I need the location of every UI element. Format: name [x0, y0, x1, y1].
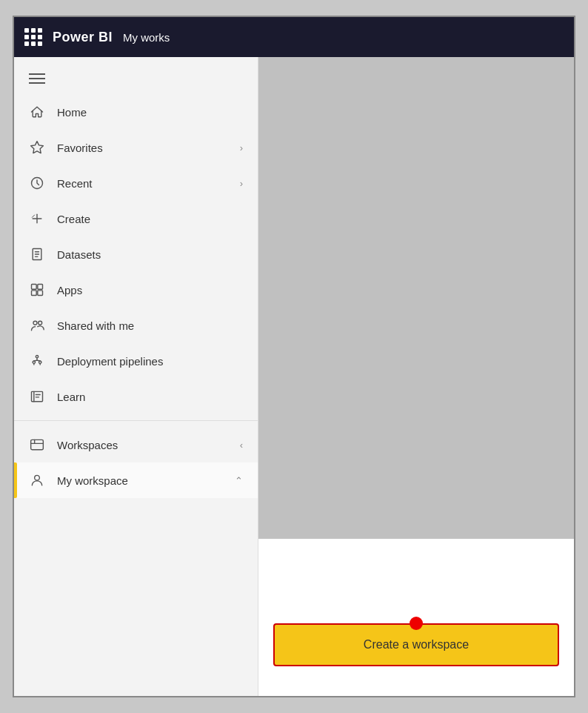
- sidebar-item-create[interactable]: Create: [14, 201, 258, 236]
- svg-rect-17: [31, 440, 44, 449]
- sidebar-item-label: Home: [57, 106, 243, 119]
- chevron-right-icon: ›: [240, 142, 243, 153]
- apps-icon: [29, 282, 45, 298]
- main-content: Create a workspace: [258, 57, 574, 696]
- svg-point-12: [39, 321, 42, 325]
- svg-rect-10: [38, 291, 43, 296]
- app-window: Power BI My works Home Favorites: [13, 16, 575, 697]
- sidebar-item-label: Recent: [57, 177, 228, 190]
- sidebar-item-learn[interactable]: Learn: [14, 379, 258, 414]
- clock-icon: [29, 175, 45, 191]
- shared-icon: [29, 317, 45, 334]
- chevron-left-icon: ‹: [240, 440, 243, 451]
- workspace-label: My works: [123, 31, 170, 44]
- sidebar-item-label: Datasets: [57, 248, 243, 261]
- topbar: Power BI My works: [14, 17, 574, 57]
- gray-panel: [258, 57, 574, 539]
- svg-rect-8: [38, 285, 43, 290]
- chevron-up-icon: ⌃: [235, 475, 243, 486]
- hamburger-line: [29, 82, 45, 84]
- sidebar-item-label: Learn: [57, 391, 243, 403]
- home-icon: [29, 104, 45, 120]
- chevron-right-icon: ›: [240, 178, 243, 189]
- sidebar-item-label: Favorites: [57, 142, 228, 154]
- svg-point-20: [35, 475, 40, 480]
- sidebar-item-label: Shared with me: [57, 319, 243, 332]
- learn-icon: [29, 388, 45, 405]
- sidebar-item-workspaces[interactable]: Workspaces ‹: [14, 427, 258, 462]
- divider: [14, 420, 258, 421]
- sidebar-item-label: Workspaces: [57, 439, 228, 451]
- sidebar-item-deployment[interactable]: Deployment pipelines: [14, 343, 258, 379]
- create-icon: [29, 210, 45, 227]
- svg-rect-9: [32, 291, 37, 296]
- sidebar: Home Favorites › Recent ›: [14, 57, 258, 696]
- workspace-icon: [29, 437, 45, 453]
- create-workspace-area: Create a workspace: [273, 623, 559, 666]
- sidebar-item-apps[interactable]: Apps: [14, 272, 258, 308]
- sidebar-item-recent[interactable]: Recent ›: [14, 165, 258, 201]
- sidebar-item-my-workspace[interactable]: My workspace ⌃: [14, 462, 258, 498]
- hamburger-line: [29, 78, 45, 79]
- sidebar-item-shared[interactable]: Shared with me: [14, 308, 258, 343]
- red-dot-indicator: [410, 617, 423, 630]
- my-workspace-icon: [29, 472, 45, 488]
- star-icon: [29, 139, 45, 156]
- sidebar-item-label: Apps: [57, 284, 243, 296]
- deployment-icon: [29, 353, 45, 369]
- sidebar-item-label: Deployment pipelines: [57, 355, 243, 368]
- sidebar-item-label: Create: [57, 213, 243, 225]
- svg-point-11: [33, 321, 37, 325]
- sidebar-item-home[interactable]: Home: [14, 94, 258, 130]
- svg-rect-16: [32, 391, 43, 401]
- menu-toggle-button[interactable]: [14, 57, 258, 94]
- app-title: Power BI: [53, 30, 113, 45]
- sidebar-item-favorites[interactable]: Favorites ›: [14, 130, 258, 165]
- hamburger-line: [29, 73, 45, 75]
- sidebar-item-label: My workspace: [57, 474, 223, 487]
- dataset-icon: [29, 246, 45, 262]
- svg-rect-7: [32, 285, 37, 290]
- sidebar-item-datasets[interactable]: Datasets: [14, 236, 258, 272]
- waffle-icon[interactable]: [24, 28, 42, 46]
- sidebar-nav: Home Favorites › Recent ›: [14, 94, 258, 696]
